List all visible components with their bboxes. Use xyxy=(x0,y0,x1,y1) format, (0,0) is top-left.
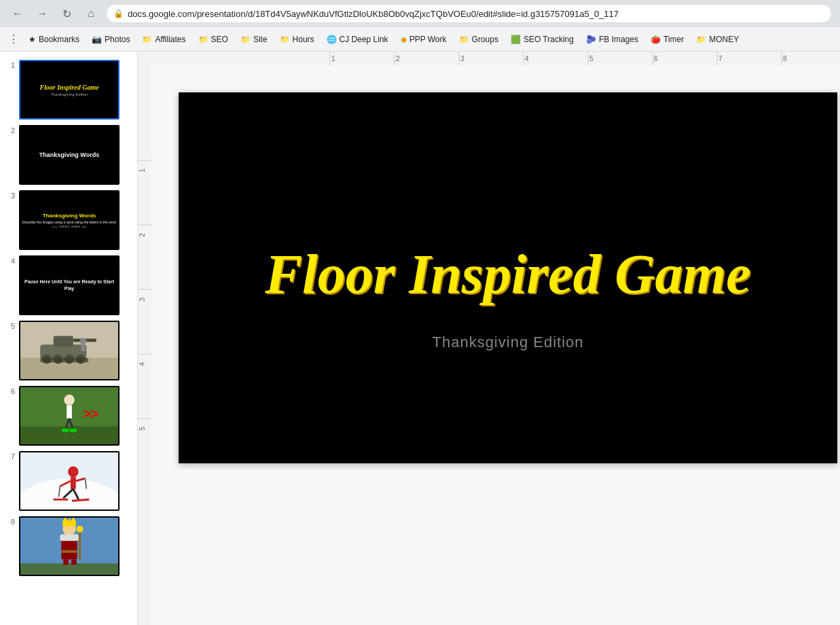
slide-item-5[interactable]: 5 xyxy=(0,318,137,383)
canvas-area: 1 2 3 4 5 6 7 8 9 xyxy=(138,52,840,625)
bookmark-money[interactable]: 📁 MONEY xyxy=(691,33,744,46)
security-icon: 🔒 xyxy=(113,9,124,18)
bookmark-timer[interactable]: 🍅 Timer xyxy=(645,33,689,46)
svg-point-14 xyxy=(64,395,75,406)
svg-text:6: 6 xyxy=(654,55,658,62)
slide-main-title: Floor Inspired Game xyxy=(265,243,750,306)
slide-2-text: Thanksgiving Words xyxy=(39,151,99,158)
svg-text:3: 3 xyxy=(460,55,464,62)
bookmark-groups[interactable]: 📁 Groups xyxy=(454,33,504,46)
back-button[interactable]: ← xyxy=(8,4,27,23)
svg-rect-42 xyxy=(60,534,78,541)
svg-point-19 xyxy=(69,428,77,432)
slide-thumb-7 xyxy=(19,451,120,511)
svg-text:7: 7 xyxy=(718,55,723,62)
slide-thumb-4: Pause Here Until You are Ready to Start … xyxy=(19,255,120,315)
svg-rect-35 xyxy=(20,563,118,575)
browser-chrome: ← → ↻ ⌂ 🔒 docs.google.com/presentation/d… xyxy=(0,0,840,52)
slide-3-title: Thanksgiving Words xyxy=(43,213,96,219)
bookmark-fb-images[interactable]: 🫐 FB Images xyxy=(581,33,644,46)
svg-text:1: 1 xyxy=(139,168,146,173)
slide-thumb-5 xyxy=(19,321,120,380)
slide-thumb-6: >> xyxy=(19,386,120,446)
reload-button[interactable]: ↻ xyxy=(57,4,76,23)
slide-item-4[interactable]: 4 Pause Here Until You are Ready to Star… xyxy=(0,253,137,318)
bookmark-hours[interactable]: 📁 Hours xyxy=(274,33,320,46)
svg-text:5: 5 xyxy=(589,55,594,62)
app-area: 1 Floor Inspired Game Thanksgiving Editi… xyxy=(0,52,840,625)
home-button[interactable]: ⌂ xyxy=(81,4,101,23)
svg-rect-24 xyxy=(71,477,76,489)
address-bar[interactable]: 🔒 docs.google.com/presentation/d/18Td4V5… xyxy=(106,4,832,23)
forward-button[interactable]: → xyxy=(33,4,52,23)
nav-bar: ← → ↻ ⌂ 🔒 docs.google.com/presentation/d… xyxy=(0,0,840,27)
apps-icon[interactable]: ⋮ xyxy=(8,33,19,46)
bookmark-photos[interactable]: 📷 Photos xyxy=(86,33,135,46)
bookmark-seo-tracking[interactable]: 🟩 SEO Tracking xyxy=(505,33,579,46)
svg-point-23 xyxy=(68,467,79,478)
slide-panel: 1 Floor Inspired Game Thanksgiving Editi… xyxy=(0,52,138,625)
slide-item-7[interactable]: 7 xyxy=(0,448,137,514)
svg-rect-9 xyxy=(40,358,88,363)
svg-text:5: 5 xyxy=(139,427,146,431)
canvas-wrapper: Floor Inspired Game Thanksgiving Edition xyxy=(151,65,840,625)
svg-text:4: 4 xyxy=(525,55,529,62)
svg-rect-11 xyxy=(81,344,86,351)
slide-main-subtitle: Thanksgiving Edition xyxy=(432,334,583,351)
slide-4-text: Pause Here Until You are Ready to Start … xyxy=(20,279,118,292)
slide-item-2[interactable]: 2 Thanksgiving Words xyxy=(0,122,137,188)
svg-rect-43 xyxy=(61,550,77,553)
ruler-side: 1 2 3 4 5 xyxy=(138,65,151,625)
bookmark-cj-deep-link[interactable]: 🌐 CJ Deep Link xyxy=(321,33,394,46)
ruler-top: 1 2 3 4 5 6 7 8 9 xyxy=(138,52,840,65)
svg-text:3: 3 xyxy=(139,298,146,302)
svg-rect-67 xyxy=(138,65,151,625)
slide-3-sub2: (e.g. THANKS, SHARE, etc) xyxy=(52,225,86,228)
svg-rect-44 xyxy=(63,559,69,565)
slide-canvas[interactable]: Floor Inspired Game Thanksgiving Edition xyxy=(179,92,837,463)
slide-item-8[interactable]: 8 xyxy=(0,514,137,579)
bookmark-seo[interactable]: 📁 SEO xyxy=(193,33,234,46)
slide-3-sub: Describe the Images using a word using t… xyxy=(22,220,116,224)
slide-thumb-2: Thanksgiving Words xyxy=(19,125,120,185)
svg-text:1: 1 xyxy=(331,55,335,62)
bookmark-site[interactable]: 📁 Site xyxy=(235,33,273,46)
svg-text:2: 2 xyxy=(139,233,146,237)
slide-item-1[interactable]: 1 Floor Inspired Game Thanksgiving Editi… xyxy=(0,57,137,122)
svg-point-10 xyxy=(80,338,87,345)
svg-text:4: 4 xyxy=(139,362,146,366)
svg-text:>>: >> xyxy=(83,406,98,421)
slide-item-6[interactable]: 6 xyxy=(0,383,137,448)
seo-tracking-label: SEO Tracking xyxy=(524,35,574,44)
svg-point-18 xyxy=(61,428,69,432)
svg-rect-13 xyxy=(20,427,118,445)
bookmark-affiliates[interactable]: 📁 Affiliates xyxy=(136,33,191,46)
svg-rect-48 xyxy=(138,52,840,65)
slide-thumb-1: Floor Inspired Game Thanksgiving Edition xyxy=(19,60,120,120)
slide-thumb-3: Thanksgiving Words Describe the Images u… xyxy=(19,190,120,250)
svg-rect-3 xyxy=(54,336,73,347)
slide-item-3[interactable]: 3 Thanksgiving Words Describe the Images… xyxy=(0,188,137,253)
bookmark-bookmarks[interactable]: ★ Bookmarks xyxy=(23,33,85,46)
svg-text:8: 8 xyxy=(783,55,787,62)
slide-thumb-8 xyxy=(19,516,120,576)
svg-line-32 xyxy=(72,499,89,501)
bookmark-ppp-work[interactable]: ◆ PPP Work xyxy=(395,33,452,46)
svg-point-47 xyxy=(77,526,84,533)
url-text: docs.google.com/presentation/d/18Td4V5ay… xyxy=(128,9,619,19)
svg-rect-45 xyxy=(71,559,77,565)
bookmarks-bar: ⋮ ★ Bookmarks 📷 Photos 📁 Affiliates 📁 SE… xyxy=(0,27,840,52)
svg-text:2: 2 xyxy=(396,55,400,62)
svg-rect-15 xyxy=(67,405,72,418)
svg-rect-37 xyxy=(62,521,75,526)
